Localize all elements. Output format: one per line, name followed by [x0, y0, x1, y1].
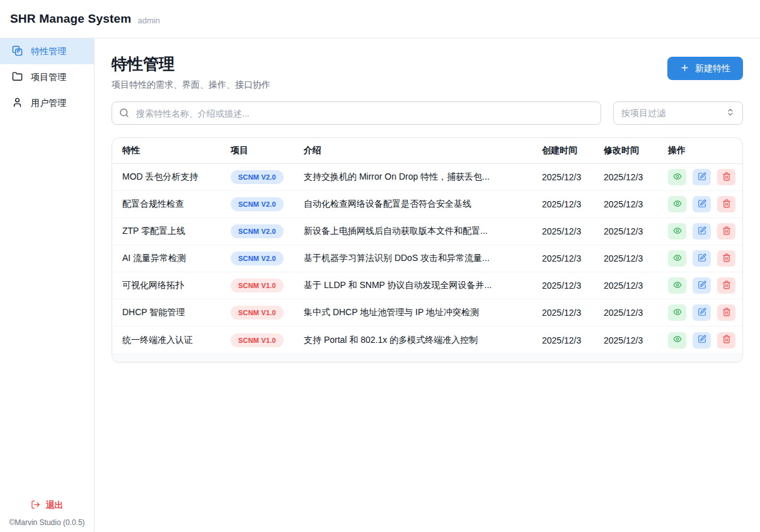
view-button[interactable] — [668, 196, 686, 212]
view-button[interactable] — [668, 304, 686, 321]
sidebar: 特性管理 项目管理 用户管理 退出 ©Marvin Studio (0.0.5) — [0, 38, 95, 532]
search-field-wrap — [112, 101, 601, 125]
trash-icon — [722, 308, 731, 318]
edit-pencil-icon — [698, 335, 706, 345]
project-filter-select[interactable]: 按项目过滤 — [613, 101, 743, 125]
modified-date: 2025/12/3 — [594, 226, 658, 236]
eye-icon — [673, 308, 682, 318]
created-date: 2025/12/3 — [532, 253, 594, 263]
edit-pencil-icon — [698, 226, 706, 237]
view-button[interactable] — [668, 277, 686, 294]
feature-name: AI 流量异常检测 — [112, 253, 221, 264]
sidebar-item-label: 项目管理 — [31, 72, 66, 83]
table-header-row: 特性 项目 介绍 创建时间 修改时间 操作 — [112, 138, 742, 164]
trash-icon — [722, 226, 731, 237]
sidebar-item-label: 用户管理 — [31, 98, 66, 109]
edit-button[interactable] — [693, 304, 711, 321]
eye-icon — [673, 226, 682, 237]
feature-name: 统一终端准入认证 — [112, 335, 221, 346]
delete-button[interactable] — [717, 223, 735, 240]
delete-button[interactable] — [717, 304, 735, 321]
modified-date: 2025/12/3 — [594, 253, 658, 263]
project-badge: SCNM V2.0 — [231, 224, 284, 238]
view-button[interactable] — [668, 223, 686, 240]
delete-button[interactable] — [717, 196, 735, 212]
trash-icon — [722, 335, 731, 345]
col-header-modified: 修改时间 — [594, 145, 658, 156]
project-badge: SCNM V2.0 — [231, 252, 284, 265]
project-badge: SCNM V1.0 — [231, 279, 284, 292]
feature-description: 新设备上电插网线后自动获取版本文件和配置... — [294, 226, 532, 237]
edit-button[interactable] — [693, 332, 711, 349]
col-header-created: 创建时间 — [532, 145, 594, 156]
col-header-project: 项目 — [221, 145, 294, 156]
delete-button[interactable] — [717, 332, 735, 349]
trash-icon — [722, 253, 731, 264]
logout-button[interactable]: 退出 — [31, 500, 64, 511]
app-title: SHR Manage System — [10, 12, 131, 26]
created-date: 2025/12/3 — [532, 226, 594, 236]
feature-description: 支持交换机的 Mirror On Drop 特性，捕获丢包... — [294, 171, 532, 183]
delete-button[interactable] — [717, 277, 735, 294]
view-button[interactable] — [668, 250, 686, 267]
copyright-text: ©Marvin Studio (0.0.5) — [0, 518, 94, 527]
eye-icon — [673, 172, 682, 183]
new-feature-button[interactable]: 新建特性 — [667, 57, 743, 80]
logout-icon — [31, 500, 40, 511]
table-row: ZTP 零配置上线 SCNM V2.0 新设备上电插网线后自动获取版本文件和配置… — [112, 218, 742, 245]
top-bar: SHR Manage System admin — [0, 0, 760, 38]
eye-icon — [673, 280, 682, 291]
project-badge: SCNM V2.0 — [231, 197, 284, 211]
feature-name: 可视化网络拓扑 — [112, 280, 221, 291]
sidebar-item-features[interactable]: 特性管理 — [0, 38, 94, 64]
sidebar-item-projects[interactable]: 项目管理 — [0, 64, 94, 90]
table-footer-strip — [112, 354, 742, 362]
table-row: 统一终端准入认证 SCNM V1.0 支持 Portal 和 802.1x 的多… — [112, 327, 742, 354]
feature-name: DHCP 智能管理 — [112, 307, 221, 318]
chevrons-up-down-icon — [726, 108, 735, 119]
table-row: MOD 丢包分析支持 SCNM V2.0 支持交换机的 Mirror On Dr… — [112, 164, 742, 191]
project-badge: SCNM V1.0 — [231, 333, 284, 347]
edit-pencil-icon — [698, 308, 706, 318]
trash-icon — [722, 280, 731, 291]
page-title: 特性管理 — [112, 54, 270, 74]
modified-date: 2025/12/3 — [594, 308, 658, 318]
feature-description: 集中式 DHCP 地址池管理与 IP 地址冲突检测 — [294, 307, 532, 318]
edit-button[interactable] — [693, 277, 711, 294]
created-date: 2025/12/3 — [532, 199, 594, 209]
plus-icon — [680, 63, 689, 74]
edit-button[interactable] — [693, 169, 711, 185]
table-row: 可视化网络拓扑 SCNM V1.0 基于 LLDP 和 SNMP 协议自动发现全… — [112, 272, 742, 299]
created-date: 2025/12/3 — [532, 280, 594, 291]
eye-icon — [673, 253, 682, 264]
modified-date: 2025/12/3 — [594, 172, 658, 182]
view-button[interactable] — [668, 169, 686, 185]
edit-button[interactable] — [693, 223, 711, 240]
edit-pencil-icon — [698, 199, 706, 210]
modified-date: 2025/12/3 — [594, 280, 658, 291]
view-button[interactable] — [668, 332, 686, 349]
search-input[interactable] — [112, 101, 601, 125]
col-header-desc: 介绍 — [294, 145, 532, 156]
edit-pencil-icon — [698, 280, 706, 291]
user-icon — [12, 97, 23, 110]
sidebar-item-users[interactable]: 用户管理 — [0, 90, 94, 116]
modified-date: 2025/12/3 — [594, 199, 658, 209]
feature-name: 配置合规性检查 — [112, 199, 221, 210]
feature-name: ZTP 零配置上线 — [112, 226, 221, 237]
logged-in-user: admin — [137, 16, 159, 25]
delete-button[interactable] — [717, 250, 735, 267]
trash-icon — [722, 172, 731, 183]
edit-button[interactable] — [693, 196, 711, 212]
eye-icon — [673, 199, 682, 210]
project-badge: SCNM V2.0 — [231, 170, 284, 184]
feature-copy-icon — [12, 45, 23, 58]
project-badge: SCNM V1.0 — [231, 306, 284, 320]
logout-label: 退出 — [46, 500, 64, 511]
delete-button[interactable] — [717, 169, 735, 185]
edit-button[interactable] — [693, 250, 711, 267]
table-row: AI 流量异常检测 SCNM V2.0 基于机器学习算法识别 DDoS 攻击和异… — [112, 245, 742, 272]
feature-description: 基于机器学习算法识别 DDoS 攻击和异常流量... — [294, 253, 532, 264]
folder-icon — [12, 71, 23, 84]
edit-pencil-icon — [698, 253, 706, 264]
